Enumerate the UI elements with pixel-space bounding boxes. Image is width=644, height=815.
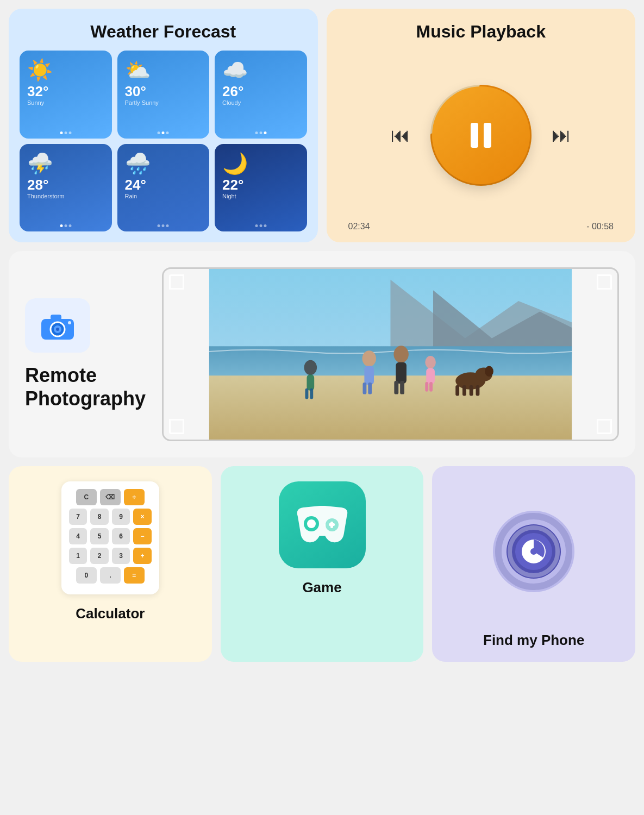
svg-rect-19	[362, 383, 366, 394]
partly-sunny-label: Partly Sunny	[125, 99, 159, 106]
calc-key-divide[interactable]: ÷	[124, 489, 145, 505]
calc-key-multiply[interactable]: ×	[133, 509, 152, 525]
music-time: 02:34 - 00:58	[337, 222, 625, 231]
calc-key-plus[interactable]: +	[133, 548, 152, 564]
rain-temp: 24°	[125, 178, 146, 192]
cloudy-temp: 26°	[222, 84, 243, 98]
svg-point-37	[307, 519, 316, 528]
svg-rect-22	[396, 362, 407, 384]
calc-key-dot[interactable]: .	[100, 567, 121, 584]
svg-rect-12	[209, 375, 572, 440]
calc-key-9[interactable]: 9	[112, 509, 130, 525]
svg-point-31	[485, 366, 493, 377]
camera-icon	[39, 309, 77, 342]
prev-button[interactable]: ⏮	[391, 124, 410, 147]
findphone-icon	[490, 508, 577, 595]
calc-key-2[interactable]: 2	[90, 548, 109, 564]
music-player: ⏮ ⏭	[391, 55, 571, 215]
bottom-row: C ⌫ ÷ 7 8 9 × 4 5 6 − 1 2 3	[9, 466, 635, 662]
svg-rect-33	[462, 385, 466, 396]
next-button[interactable]: ⏭	[552, 124, 571, 147]
calc-key-backspace[interactable]: ⌫	[100, 489, 121, 505]
calc-key-c[interactable]: C	[76, 489, 97, 505]
svg-point-21	[393, 346, 408, 362]
svg-rect-16	[310, 388, 313, 399]
current-time: 02:34	[348, 222, 370, 231]
weather-card-cloudy[interactable]: ☁️ 26° Cloudy	[215, 51, 307, 139]
game-icon-wrap	[279, 481, 366, 568]
music-panel: Music Playback ⏮ ⏭ 02:34 - 00:58	[327, 9, 636, 242]
svg-rect-28	[429, 382, 433, 392]
photo-panel: Remote Photography	[9, 251, 635, 457]
calc-row-3: 4 5 6 −	[69, 528, 152, 544]
calculator-label: Calculator	[76, 605, 145, 622]
calc-key-4[interactable]: 4	[69, 528, 87, 544]
cloudy-icon: ☁️	[222, 58, 248, 82]
beach-scene	[164, 269, 617, 440]
svg-rect-23	[394, 381, 398, 394]
sunny-dots	[60, 131, 71, 134]
weather-panel: Weather Forecast ☀️ 32° Sunny ⛅ 30° Part…	[9, 9, 318, 242]
play-circle[interactable]	[427, 81, 535, 190]
night-label: Night	[222, 193, 236, 199]
camera-icon-box	[25, 298, 90, 353]
calc-key-6[interactable]: 6	[112, 528, 130, 544]
weather-card-night[interactable]: 🌙 22° Night	[215, 144, 307, 232]
partly-sunny-temp: 30°	[125, 84, 146, 98]
svg-rect-6	[51, 315, 61, 320]
weather-card-rain[interactable]: 🌧️ 24° Rain	[117, 144, 210, 232]
svg-point-7	[68, 321, 71, 324]
svg-rect-27	[425, 382, 428, 392]
game-card: Game	[221, 466, 424, 662]
calc-key-1[interactable]: 1	[69, 548, 87, 564]
calculator: C ⌫ ÷ 7 8 9 × 4 5 6 − 1 2 3	[61, 481, 159, 594]
photo-title: Remote Photography	[25, 363, 146, 410]
calc-key-minus[interactable]: −	[133, 528, 152, 544]
svg-rect-42	[329, 523, 335, 526]
pause-button[interactable]	[432, 86, 530, 184]
weather-card-thunderstorm[interactable]: ⛈️ 28° Thunderstorm	[20, 144, 112, 232]
calc-row-4: 1 2 3 +	[69, 548, 152, 564]
rain-label: Rain	[125, 193, 137, 199]
svg-rect-26	[426, 368, 435, 384]
svg-point-25	[425, 356, 436, 369]
weather-title: Weather Forecast	[20, 22, 307, 42]
corner-tl	[169, 274, 184, 290]
calc-row-2: 7 8 9 ×	[69, 509, 152, 525]
weather-grid: ☀️ 32° Sunny ⛅ 30° Partly Sunny ☁️ 26°	[20, 51, 307, 231]
calc-row-5: 0 . =	[69, 567, 152, 584]
svg-point-5	[56, 328, 59, 331]
pause-icon	[471, 123, 491, 148]
corner-br	[597, 419, 612, 434]
svg-rect-14	[307, 374, 314, 390]
photo-frame	[162, 267, 619, 441]
thunderstorm-label: Thunderstorm	[27, 193, 64, 199]
rain-icon: 🌧️	[125, 152, 151, 175]
night-dots	[255, 224, 266, 227]
calc-key-equals[interactable]: =	[124, 567, 145, 584]
rain-dots	[158, 224, 169, 227]
game-label: Game	[302, 579, 341, 596]
thunderstorm-temp: 28°	[27, 178, 48, 192]
calc-key-3[interactable]: 3	[112, 548, 130, 564]
night-icon: 🌙	[222, 152, 248, 175]
calc-key-0[interactable]: 0	[76, 567, 97, 584]
svg-rect-35	[476, 385, 480, 396]
svg-rect-18	[364, 366, 374, 385]
findphone-card: Find my Phone	[432, 466, 635, 662]
game-icon	[290, 498, 355, 552]
weather-card-sunny[interactable]: ☀️ 32° Sunny	[20, 51, 112, 139]
partly-sunny-dots	[158, 131, 169, 134]
sunny-temp: 32°	[27, 84, 48, 98]
calc-key-8[interactable]: 8	[90, 509, 109, 525]
partly-sunny-icon: ⛅	[125, 58, 151, 82]
svg-rect-15	[305, 388, 309, 399]
corner-bl	[169, 419, 184, 434]
calc-key-5[interactable]: 5	[90, 528, 109, 544]
cloudy-dots	[255, 131, 266, 134]
music-title: Music Playback	[416, 22, 546, 42]
findphone-label: Find my Phone	[483, 632, 584, 649]
weather-card-partly-sunny[interactable]: ⛅ 30° Partly Sunny	[117, 51, 210, 139]
calculator-card: C ⌫ ÷ 7 8 9 × 4 5 6 − 1 2 3	[9, 466, 212, 662]
calc-key-7[interactable]: 7	[69, 509, 87, 525]
